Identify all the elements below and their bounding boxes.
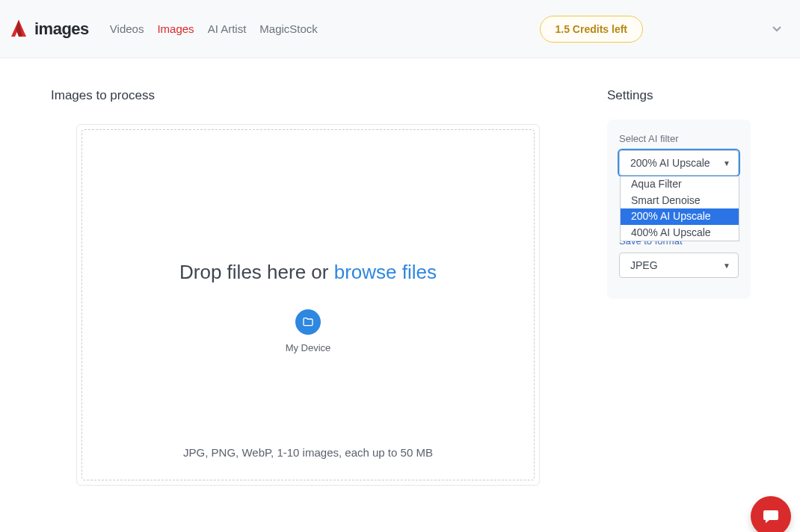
nav-magicstock[interactable]: MagicStock xyxy=(259,22,318,35)
drop-prefix: Drop files here or xyxy=(179,261,334,283)
dropzone[interactable]: Drop files here or browse files My Devic… xyxy=(76,124,540,486)
filter-option-aqua[interactable]: Aqua Filter xyxy=(621,176,739,193)
logo-icon xyxy=(7,18,30,40)
user-menu[interactable] xyxy=(763,15,791,43)
browse-files-link[interactable]: browse files xyxy=(334,261,437,283)
filter-option-400[interactable]: 400% AI Upscale xyxy=(621,225,739,241)
brand-logo[interactable]: images xyxy=(7,18,89,40)
chevron-down-icon xyxy=(772,26,781,32)
credits-pill[interactable]: 1.5 Credits left xyxy=(540,16,643,43)
chat-icon xyxy=(762,507,780,525)
drop-text: Drop files here or browse files xyxy=(179,261,437,284)
settings-title: Settings xyxy=(607,88,755,103)
folder-icon xyxy=(302,316,314,328)
nav-videos[interactable]: Videos xyxy=(110,22,144,35)
nav-images[interactable]: Images xyxy=(157,22,194,35)
chevron-down-icon: ▼ xyxy=(723,159,730,167)
filter-select[interactable]: 200% AI Upscale ▼ Aqua Filter Smart Deno… xyxy=(619,150,739,176)
filter-option-200[interactable]: 200% AI Upscale xyxy=(621,208,739,225)
chat-button[interactable] xyxy=(751,496,791,532)
header: images Videos Images AI Artist MagicStoc… xyxy=(0,0,800,58)
nav-ai-artist[interactable]: AI Artist xyxy=(208,22,247,35)
device-label: My Device xyxy=(286,342,331,353)
my-device-button[interactable]: My Device xyxy=(286,309,331,353)
filter-option-denoise[interactable]: Smart Denoise xyxy=(621,193,739,209)
filter-dropdown: Aqua Filter Smart Denoise 200% AI Upscal… xyxy=(620,176,739,241)
drop-hint: JPG, PNG, WebP, 1-10 images, each up to … xyxy=(183,446,433,459)
filter-select-value: 200% AI Upscale xyxy=(630,157,710,169)
brand-text: images xyxy=(34,19,89,39)
settings-card: Select AI filter 200% AI Upscale ▼ Aqua … xyxy=(607,120,751,299)
format-select-value: JPEG xyxy=(630,259,658,271)
format-select[interactable]: JPEG ▼ xyxy=(619,253,739,278)
chevron-down-icon: ▼ xyxy=(723,262,730,270)
filter-label: Select AI filter xyxy=(619,133,739,144)
main-nav: Videos Images AI Artist MagicStock xyxy=(110,22,318,35)
images-title: Images to process xyxy=(51,88,540,103)
